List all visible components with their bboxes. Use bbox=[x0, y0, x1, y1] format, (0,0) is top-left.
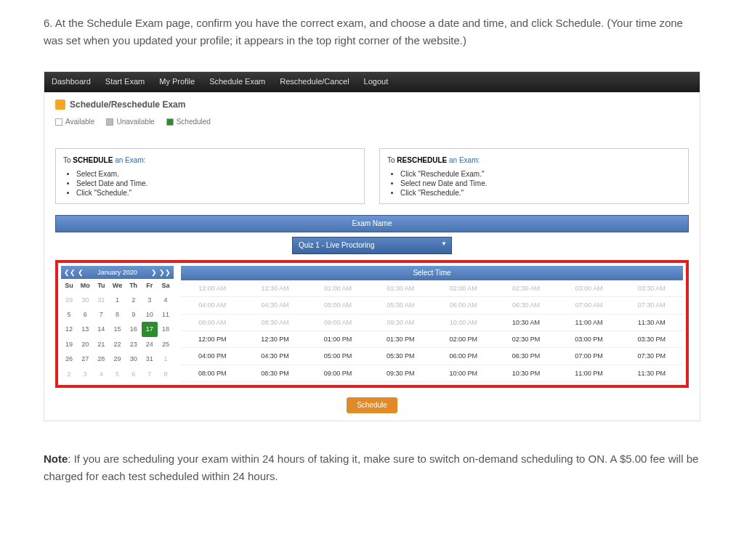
calendar-day[interactable]: 7 bbox=[93, 307, 109, 322]
calendar-prev[interactable]: ❮❮ ❮ bbox=[64, 267, 84, 277]
schedule-instructions: To SCHEDULE an Exam: Select Exam.Select … bbox=[55, 148, 365, 204]
calendar-day[interactable]: 1 bbox=[109, 293, 125, 307]
calendar-day[interactable]: 3 bbox=[142, 293, 158, 307]
time-slot: 01:00 AM bbox=[307, 280, 369, 297]
calendar-day[interactable]: 16 bbox=[126, 322, 142, 336]
time-slot[interactable]: 02:30 PM bbox=[495, 331, 557, 348]
calendar-day[interactable]: 29 bbox=[61, 293, 77, 307]
calendar-day[interactable]: 21 bbox=[93, 337, 109, 352]
time-slot[interactable]: 10:30 PM bbox=[495, 365, 557, 382]
time-slot[interactable]: 06:00 PM bbox=[432, 348, 495, 365]
nav-item[interactable]: Logout bbox=[364, 76, 389, 89]
calendar-dow: Sa bbox=[158, 279, 174, 292]
select-time-header: Select Time bbox=[181, 266, 683, 280]
calendar-day[interactable]: 31 bbox=[93, 293, 109, 307]
calendar-day[interactable]: 29 bbox=[109, 352, 125, 366]
time-slot[interactable]: 01:00 PM bbox=[307, 331, 369, 348]
time-slot[interactable]: 06:30 PM bbox=[495, 348, 557, 365]
calendar-day[interactable]: 8 bbox=[158, 367, 174, 381]
calendar-dow: Su bbox=[61, 279, 77, 292]
calendar-day[interactable]: 15 bbox=[109, 322, 125, 336]
calendar-day[interactable]: 6 bbox=[77, 307, 93, 322]
nav-item[interactable]: Dashboard bbox=[52, 76, 91, 89]
time-slot[interactable]: 08:00 PM bbox=[181, 365, 243, 382]
time-slot[interactable]: 11:30 PM bbox=[620, 365, 683, 382]
calendar-day[interactable]: 11 bbox=[158, 307, 174, 322]
note-paragraph: Note: If you are scheduling your exam wi… bbox=[44, 450, 700, 485]
calendar-day[interactable]: 30 bbox=[126, 352, 142, 366]
legend-available: Available bbox=[55, 116, 94, 128]
time-slot[interactable]: 04:30 PM bbox=[243, 348, 306, 365]
calendar-day[interactable]: 4 bbox=[158, 293, 174, 307]
calendar-day[interactable]: 19 bbox=[61, 337, 77, 352]
time-slot[interactable]: 03:30 PM bbox=[620, 331, 683, 348]
time-slot[interactable]: 11:00 AM bbox=[557, 315, 620, 331]
time-slot[interactable]: 05:00 PM bbox=[307, 348, 369, 365]
calendar-day[interactable]: 18 bbox=[158, 322, 174, 336]
calendar-day[interactable]: 3 bbox=[77, 367, 93, 381]
time-slot[interactable]: 09:30 PM bbox=[369, 365, 432, 382]
calendar-day[interactable]: 17 bbox=[142, 322, 158, 336]
list-item: Select new Date and Time. bbox=[400, 179, 681, 188]
calendar-day[interactable]: 10 bbox=[142, 307, 158, 322]
calendar-day[interactable]: 12 bbox=[61, 322, 77, 336]
calendar-day[interactable]: 5 bbox=[109, 367, 125, 381]
nav-item[interactable]: Reschedule/Cancel bbox=[280, 76, 349, 89]
calendar-day[interactable]: 28 bbox=[93, 352, 109, 366]
time-slot[interactable]: 10:30 AM bbox=[495, 315, 557, 331]
calendar-day[interactable]: 8 bbox=[109, 307, 125, 322]
time-slot[interactable]: 12:00 PM bbox=[181, 331, 243, 348]
exam-dropdown[interactable]: Quiz 1 - Live Proctoring bbox=[292, 237, 452, 254]
time-slot: 01:30 AM bbox=[369, 280, 432, 297]
calendar-day[interactable]: 30 bbox=[77, 293, 93, 307]
calendar-day[interactable]: 14 bbox=[93, 322, 109, 336]
calendar-day[interactable]: 9 bbox=[126, 307, 142, 322]
calendar-day[interactable]: 1 bbox=[158, 352, 174, 366]
calendar-day[interactable]: 24 bbox=[142, 337, 158, 352]
time-slot[interactable]: 11:00 PM bbox=[557, 365, 620, 382]
time-slot: 06:30 AM bbox=[495, 297, 557, 314]
calendar-next[interactable]: ❯ ❯❯ bbox=[151, 267, 171, 277]
calendar-day[interactable]: 25 bbox=[158, 337, 174, 352]
time-slot[interactable]: 07:00 PM bbox=[557, 348, 620, 365]
time-slot[interactable]: 11:30 AM bbox=[620, 315, 683, 331]
panel-title-text: Schedule/Reschedule Exam bbox=[70, 98, 185, 112]
calendar-day[interactable]: 22 bbox=[109, 337, 125, 352]
calendar-day[interactable]: 4 bbox=[93, 367, 109, 381]
calendar-month: January 2020 bbox=[97, 267, 137, 277]
calendar-day[interactable]: 13 bbox=[77, 322, 93, 336]
calendar-day[interactable]: 7 bbox=[142, 367, 158, 381]
highlight-box: ❮❮ ❮ January 2020 ❯ ❯❯ SuMoTuWeThFrSa293… bbox=[55, 260, 689, 388]
time-slot[interactable]: 04:00 PM bbox=[181, 348, 243, 365]
calendar-day[interactable]: 23 bbox=[126, 337, 142, 352]
nav-item[interactable]: My Profile bbox=[159, 76, 195, 89]
calendar-day[interactable]: 27 bbox=[77, 352, 93, 366]
time-slot[interactable]: 01:30 PM bbox=[369, 331, 432, 348]
screenshot-panel: DashboardStart ExamMy ProfileSchedule Ex… bbox=[44, 71, 700, 421]
schedule-button[interactable]: Schedule bbox=[347, 397, 397, 413]
time-slot[interactable]: 03:00 PM bbox=[557, 331, 620, 348]
calendar-day[interactable]: 2 bbox=[61, 367, 77, 381]
calendar-day[interactable]: 31 bbox=[142, 352, 158, 366]
nav-item[interactable]: Start Exam bbox=[105, 76, 145, 89]
time-slot[interactable]: 10:00 PM bbox=[432, 365, 495, 382]
time-slot[interactable]: 09:00 PM bbox=[307, 365, 369, 382]
calendar-day[interactable]: 5 bbox=[61, 307, 77, 322]
time-slot[interactable]: 08:30 PM bbox=[243, 365, 306, 382]
panel-title: Schedule/Reschedule Exam bbox=[55, 98, 689, 112]
time-slot[interactable]: 07:30 PM bbox=[620, 348, 683, 365]
nav-item[interactable]: Schedule Exam bbox=[209, 76, 265, 89]
time-slot[interactable]: 12:30 PM bbox=[243, 331, 306, 348]
calendar-day[interactable]: 2 bbox=[126, 293, 142, 307]
list-item: Select Exam. bbox=[76, 169, 357, 179]
time-slot[interactable]: 02:00 PM bbox=[432, 331, 495, 348]
calendar-day[interactable]: 26 bbox=[61, 352, 77, 366]
time-slot: 12:00 AM bbox=[181, 280, 243, 297]
calendar-dow: Fr bbox=[142, 279, 158, 292]
time-slot[interactable]: 05:30 PM bbox=[369, 348, 432, 365]
calendar-day[interactable]: 20 bbox=[77, 337, 93, 352]
calendar-day[interactable]: 6 bbox=[126, 367, 142, 381]
time-slot: 05:30 AM bbox=[369, 297, 432, 314]
time-slot: 03:00 AM bbox=[557, 280, 620, 297]
list-item: Select Date and Time. bbox=[76, 179, 357, 188]
